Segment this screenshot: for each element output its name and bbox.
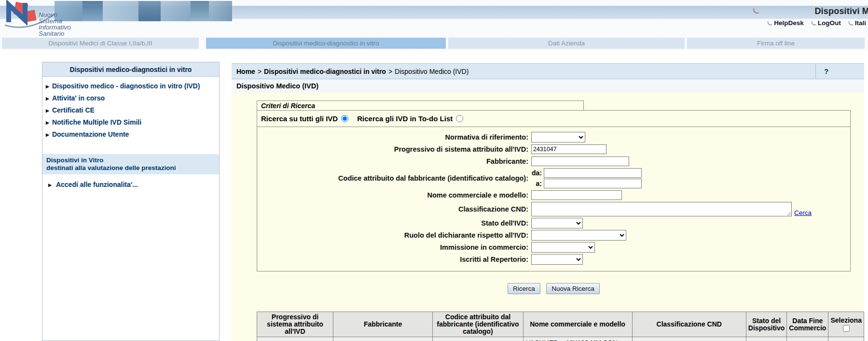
results-table: Progressivo di sistema attribuito all'IV… [257,312,864,341]
th-fabbricante: Fabbricante [333,312,432,337]
a-label: a: [531,180,544,187]
breadcrumb-separator: > [258,68,262,75]
breadcrumb-home[interactable]: Home [236,68,255,75]
breadcrumb-level2[interactable]: Dispositivi medico-diagnostici in vitro [264,68,386,75]
triangle-bullet-icon: ▶ [46,107,49,114]
cell-nome-commerciale: VACUMED ¿ 16X100 MM CON ACIDO BORICO X 1… [523,337,632,341]
main-tabbar: Dispositivi Medici di Classe I,IIa/b,III… [0,38,868,49]
th-progressivo: Progressivo di sistema attribuito all'IV… [257,312,333,337]
select-all-checkbox[interactable] [843,325,850,332]
th-codice: Codice attribuito dal fabbricante (ident… [433,312,523,337]
normativa-select[interactable] [531,132,585,142]
sidebar-section-vitro-title: Dispositivi in Vitro destinati alla valu… [42,154,219,174]
sidebar-item-certificati[interactable]: ▶ Certificati CE [46,106,216,115]
ruolo-dichiarante-select[interactable] [531,230,626,241]
classificazione-cnd-label: Classificazione CND: [257,205,531,213]
progressivo-label: Progressivo di sistema attribuito all'IV… [257,145,531,153]
cell-classificazione-cnd: W050301020101 - PROVETTE CON ADDITIVI IN… [632,337,746,341]
cerca-cnd-link[interactable]: Cerca [794,209,812,216]
form-divider [257,127,850,127]
fabbricante-input[interactable] [531,156,629,166]
stato-ivd-select[interactable] [531,218,583,228]
search-panel: Criteri di Ricerca Ricerca su tutti gli … [232,92,864,341]
progressivo-input[interactable] [531,144,606,154]
help-button[interactable]: ? [815,64,864,79]
th-data-fine: Data Fine Commercio [787,312,828,337]
cell-stato: V [746,337,786,341]
nuova-ricerca-button[interactable]: Nuova Ricerca [546,283,600,294]
cell-fabbricante: F.L. MEDICAL S.R.L. [333,337,432,341]
cell-progressivo: 2431047 [257,337,333,341]
tab-dispositivi-ivd[interactable]: Dispositivi medico-diagnostici in vitro [206,38,446,49]
search-criteria-caption: Criteri di Ricerca [257,100,584,111]
header-links: HelpDesk LogOut Itali [767,19,866,27]
page-title: Dispositivo Medico (IVD) [232,79,864,92]
cell-seleziona [828,337,864,341]
triangle-bullet-icon: ▶ [46,131,49,139]
app-title: Dispositivi M [814,6,868,16]
logout-link[interactable]: LogOut [811,19,841,27]
triangle-bullet-icon: ▶ [48,183,52,187]
th-nome-commerciale: Nome commerciale e modello [523,312,632,337]
immissione-commercio-label: Immissione in commercio: [257,243,531,251]
band-crescent-icon [753,7,759,16]
crescent-icon [767,20,772,26]
th-classificazione-cnd: Classificazione CND [632,312,746,337]
sidebar-title: Dispositivi medico-diagnostici in vitro [42,62,219,77]
cell-codice: 44971 [433,337,523,341]
app-window: Nuovo Sistema Informativo Sanitario Disp… [0,0,868,341]
logo-wordmark: Nuovo Sistema Informativo Sanitario [39,12,71,37]
breadcrumb-current: Dispositivo Medico (IVD) [395,68,468,75]
sidebar-item-accedi-funzionalita[interactable]: ▶ Accedi alle funzionalita'... [48,181,219,188]
sidebar: Dispositivi medico-diagnostici in vitro … [42,62,220,341]
classificazione-cnd-textarea[interactable] [531,202,792,216]
tab-dati-azienda[interactable]: Dati Azienda [448,38,685,49]
results-header-row: Progressivo di sistema attribuito all'IV… [257,312,864,337]
radio-todo-label: Ricerca gli IVD in To-do List [357,114,453,123]
radio-todo-list[interactable] [456,115,463,122]
tab-dispositivi-medici-classe[interactable]: Dispositivi Medici di Classe I,IIa/b,III [2,38,199,49]
sidebar-item-ivd[interactable]: ▶ Dispositivo medico - diagnostico in vi… [46,82,216,91]
normativa-label: Normativa di riferimento: [257,133,531,141]
codice-a-input[interactable] [544,179,642,188]
nome-commerciale-label: Nome commerciale e modello: [257,191,531,199]
th-seleziona: Seleziona [828,312,864,337]
iscritti-repertorio-select[interactable] [531,254,583,265]
sidebar-item-attivita[interactable]: ▶ Attivita' in corso [46,94,216,103]
language-link[interactable]: Itali [848,19,866,27]
immissione-commercio-select[interactable] [531,242,595,253]
sidebar-item-documentazione[interactable]: ▶ Documentazione Utente [46,130,216,139]
breadcrumb-separator: > [388,68,392,75]
triangle-bullet-icon: ▶ [46,83,49,90]
ruolo-dichiarante-label: Ruolo del dichiarante rispetto all'IVD: [257,231,531,239]
main-content: Home > Dispositivi medico-diagnostici in… [232,63,864,341]
codice-da-input[interactable] [544,168,642,178]
form-buttons: Ricerca Nuova Ricerca [257,283,851,294]
crescent-icon [811,20,816,26]
helpdesk-link[interactable]: HelpDesk [767,19,804,27]
table-row: 2431047 F.L. MEDICAL S.R.L. 44971 VACUME… [257,337,864,341]
da-label: da: [531,169,544,177]
radio-all-ivd[interactable] [341,115,348,122]
breadcrumb: Home > Dispositivi medico-diagnostici in… [232,63,864,79]
stato-ivd-label: Stato dell'IVD: [257,219,531,227]
radio-all-ivd-label: Ricerca su tutti gli IVD [261,114,338,123]
search-form: Ricerca su tutti gli IVD Ricerca gli IVD… [257,110,851,271]
iscritti-repertorio-label: Iscritti al Repertorio: [257,256,531,263]
fabbricante-label: Fabbricante: [257,157,531,165]
cell-data-fine [787,337,828,341]
ricerca-button[interactable]: Ricerca [508,283,540,294]
sidebar-item-notifiche[interactable]: ▶ Notifiche Multiple IVD Simili [46,118,216,127]
triangle-bullet-icon: ▶ [46,119,49,127]
triangle-bullet-icon: ▶ [46,95,49,102]
codice-fabbricante-label: Codice attribuito dal fabbricante (ident… [257,174,531,182]
nome-commerciale-input[interactable] [531,190,622,200]
header-photo-collage [55,1,232,21]
crescent-icon [848,20,854,26]
tab-firma-offline[interactable]: Firma off line [687,38,865,49]
header-banner: Nuovo Sistema Informativo Sanitario Disp… [0,0,868,50]
th-stato-dispositivo: Stato del Dispositivo [746,312,786,337]
